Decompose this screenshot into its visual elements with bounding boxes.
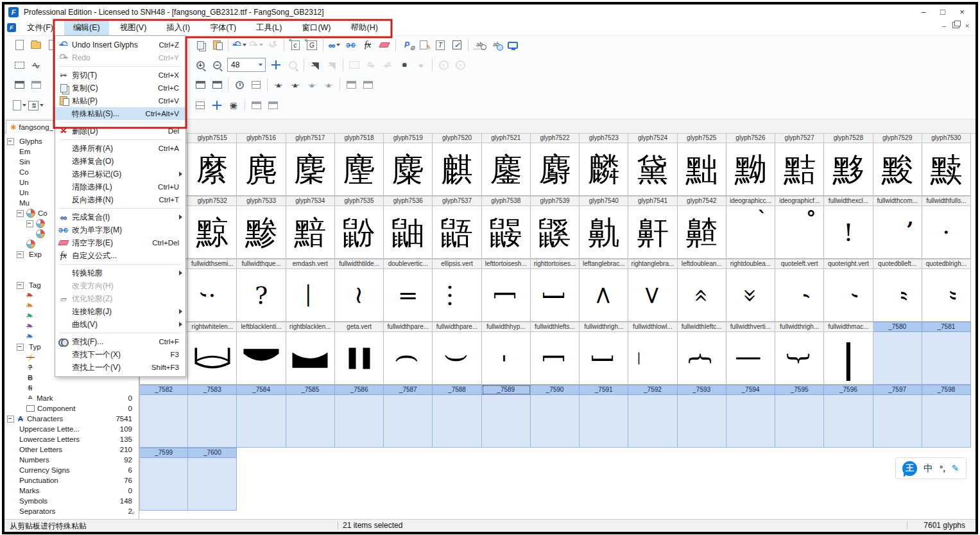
glyph-header[interactable]: glyph7534 bbox=[286, 196, 335, 206]
glyph-header[interactable]: glyph7515 bbox=[188, 133, 237, 143]
glyph-header[interactable]: rightanglebra... bbox=[628, 259, 677, 269]
glyph-cell[interactable]: 黢 bbox=[873, 143, 922, 196]
glyph-header[interactable]: _7584 bbox=[237, 385, 286, 395]
expand-collapse-icon[interactable] bbox=[7, 416, 14, 423]
glyph-header[interactable]: emdash.vert bbox=[286, 259, 335, 269]
glyph-cell[interactable]: | bbox=[824, 332, 873, 385]
glyph-cell[interactable]: ’ bbox=[824, 269, 873, 322]
grid2-icon[interactable] bbox=[193, 98, 208, 113]
menu-插入(I)[interactable]: 插入(I) bbox=[157, 21, 199, 35]
metadata-icon[interactable] bbox=[416, 37, 431, 53]
tree-item-punctuation[interactable]: Punctuation76 bbox=[4, 475, 139, 486]
expand-collapse-icon[interactable] bbox=[17, 344, 24, 351]
flip-dark-icon[interactable]: ◥ bbox=[307, 57, 323, 73]
tree-item-marks[interactable]: Marks0 bbox=[4, 486, 139, 496]
cascade-windows-icon[interactable] bbox=[12, 77, 27, 92]
ellipse-icon[interactable]: ● bbox=[413, 57, 429, 73]
glyph-cell[interactable]: - bbox=[482, 332, 531, 385]
glyph-header[interactable]: leftdoublean... bbox=[678, 259, 726, 269]
glyph-cell[interactable]: = bbox=[384, 269, 433, 322]
glyph-cell-selected[interactable] bbox=[824, 395, 873, 448]
glyph-header[interactable]: quotedblrigh... bbox=[922, 259, 971, 269]
glyph-header[interactable]: fullwidthque... bbox=[237, 259, 286, 269]
glyph-header[interactable]: glyph7538 bbox=[482, 196, 531, 206]
glyph-cell[interactable]: 黜 bbox=[678, 143, 726, 196]
glyph-header[interactable]: glyph7529 bbox=[873, 133, 922, 143]
close-button[interactable]: × bbox=[952, 4, 972, 20]
ime-punctuation-toggle[interactable]: °, bbox=[940, 464, 945, 473]
glyph-header[interactable]: glyph7517 bbox=[286, 133, 335, 143]
menu-item-完成复合i[interactable]: ∞完成复合(I) bbox=[55, 211, 185, 224]
menu-item-连接轮廓j[interactable]: 连接轮廓(J) bbox=[55, 305, 185, 318]
menu-item-选择已标记g[interactable]: 选择已标记(G) bbox=[55, 168, 185, 180]
glyph-cell[interactable]: … bbox=[433, 269, 481, 322]
glyph-cell[interactable]: » bbox=[726, 269, 775, 322]
undo-all-icon[interactable]: ↺ bbox=[265, 37, 280, 53]
glyph-header[interactable]: ideographicc... bbox=[726, 196, 775, 206]
glyph-cell[interactable]: ] bbox=[580, 332, 628, 385]
glyph-cell[interactable]: ° bbox=[775, 206, 824, 259]
glyph-header[interactable]: glyph7525 bbox=[678, 133, 726, 143]
tree-item-mark[interactable]: ^Mark0 bbox=[4, 393, 139, 403]
glyph-header[interactable]: _7592 bbox=[628, 385, 677, 395]
glyph-header[interactable]: quotedblleft... bbox=[873, 259, 922, 269]
glyph-cell[interactable]: ` bbox=[726, 206, 775, 259]
ime-pen-icon[interactable]: ✎ bbox=[952, 463, 959, 473]
glyph-header[interactable]: _7598 bbox=[922, 385, 971, 395]
glyph-cell[interactable]: 鼯 bbox=[433, 206, 481, 259]
glyph-header[interactable]: fullwidthsemi... bbox=[188, 259, 237, 269]
glyph-cell[interactable]: 麒 bbox=[433, 143, 481, 196]
glyph-header[interactable]: _7587 bbox=[384, 385, 433, 395]
undo-icon[interactable]: ↶ bbox=[232, 37, 247, 53]
glyph-cell[interactable]: 黪 bbox=[237, 206, 286, 259]
glyph-cell[interactable]: 麇 bbox=[286, 143, 335, 196]
glyph-header[interactable]: fullwidthverti... bbox=[726, 322, 775, 332]
glyph-cell-selected[interactable] bbox=[678, 395, 726, 448]
glyph-cell-selected[interactable] bbox=[726, 395, 775, 448]
expand-collapse-icon[interactable] bbox=[17, 282, 24, 289]
glyph-cell[interactable]: · bbox=[922, 206, 971, 259]
glyph-header[interactable]: _7582 bbox=[139, 385, 188, 395]
glyph-cell-selected[interactable] bbox=[237, 395, 286, 448]
glyph-header[interactable]: _7583 bbox=[188, 385, 237, 395]
glyph-cell[interactable] bbox=[335, 332, 384, 385]
composite-c-icon[interactable]: +c bbox=[288, 37, 303, 53]
glyph-header[interactable]: glyph7528 bbox=[824, 133, 873, 143]
glyph-header[interactable]: glyph7542 bbox=[678, 196, 726, 206]
tree-item-numbers[interactable]: Numbers92 bbox=[4, 455, 139, 465]
glyph-cell-selected[interactable] bbox=[531, 395, 580, 448]
pencil2-icon[interactable]: ✐ bbox=[380, 57, 395, 73]
glyph-cell[interactable]: ~ bbox=[335, 269, 384, 322]
tree-item-lowercase-letters[interactable]: Lowercase Letters135 bbox=[4, 434, 139, 444]
glyph-header[interactable]: leftblacklenti... bbox=[237, 322, 286, 332]
glyph-header[interactable]: fullwidthpare... bbox=[384, 322, 433, 332]
menu-item-清除选择l[interactable]: 清除选择(L)Ctrl+U bbox=[55, 180, 185, 193]
glyph-cell-selected[interactable] bbox=[139, 458, 188, 511]
chain-broken-icon[interactable]: ɔc bbox=[343, 37, 359, 53]
glyph-header[interactable]: _7580 bbox=[873, 322, 922, 332]
menu-item-选择复合o[interactable]: 选择复合(O) bbox=[55, 155, 185, 168]
menu-字体(T)[interactable]: 字体(T) bbox=[201, 21, 245, 35]
glyph-cell[interactable]: 鼽 bbox=[580, 206, 628, 259]
glyph-header[interactable]: _7581 bbox=[922, 322, 971, 332]
glyph-header[interactable]: glyph7526 bbox=[726, 133, 775, 143]
menu-工具(L)[interactable]: 工具(L) bbox=[247, 21, 291, 35]
glyph-cell[interactable]: 鼷 bbox=[531, 206, 580, 259]
glyph-header[interactable]: rightblacklen... bbox=[286, 322, 335, 332]
glyph-cell-selected[interactable] bbox=[433, 395, 481, 448]
copy-icon[interactable] bbox=[193, 37, 208, 53]
glyph-cell[interactable]: 黯 bbox=[286, 206, 335, 259]
menu-帮助(H)[interactable]: 帮助(H) bbox=[342, 21, 387, 35]
glyph-cell[interactable]: 縻 bbox=[188, 143, 237, 196]
glyph-header[interactable]: rightdoublea... bbox=[726, 259, 775, 269]
expand-collapse-icon[interactable] bbox=[26, 220, 33, 227]
glyph-cell[interactable]: ) bbox=[433, 332, 481, 385]
glyph-header[interactable]: fullwidthcom... bbox=[873, 196, 922, 206]
glyph-cell[interactable]: 齄 bbox=[678, 206, 726, 259]
cascade2-icon[interactable] bbox=[360, 77, 375, 92]
panel-icon[interactable] bbox=[248, 98, 264, 113]
rectangle-icon[interactable]: ■ bbox=[397, 57, 412, 73]
flip-light-icon[interactable]: ◥ bbox=[324, 57, 340, 73]
glyph-cell[interactable]: 鼹 bbox=[482, 206, 531, 259]
glyph-cell[interactable]: , bbox=[873, 206, 922, 259]
